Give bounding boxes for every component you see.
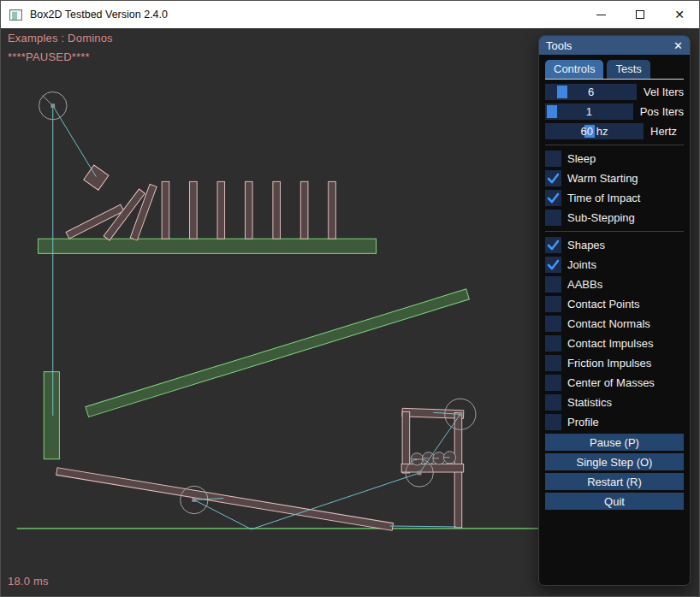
tab-underline — [545, 79, 684, 80]
checkbox-label: Sub-Stepping — [567, 211, 635, 224]
checkbox-friction-impulses[interactable] — [545, 355, 561, 371]
checkbox-contact-points[interactable] — [545, 296, 561, 312]
tools-panel-title: Tools — [546, 39, 572, 52]
slider-row-vel-iters: 6 Vel Iters — [545, 84, 684, 100]
green-vertical-block — [44, 372, 59, 459]
close-icon: ✕ — [674, 9, 685, 21]
minimize-button[interactable] — [581, 1, 620, 28]
checkbox-row: Center of Masses — [545, 375, 684, 391]
tools-panel-close-button[interactable]: ✕ — [673, 40, 683, 51]
checkbox-row: Contact Impulses — [545, 335, 684, 352]
checkbox-row: Shapes — [545, 237, 684, 253]
checkbox-label: Sleep — [567, 152, 596, 165]
checkbox-label: Profile — [567, 416, 599, 429]
checkbox-label: Contact Points — [567, 298, 640, 310]
check-icon — [546, 238, 561, 252]
draw-checkbox-group: ShapesJointsAABBsContact PointsContact N… — [545, 237, 684, 430]
standing-dominos[interactable] — [162, 181, 335, 239]
checkbox-row: Contact Normals — [545, 316, 684, 332]
checkbox-label: Contact Impulses — [567, 337, 653, 350]
hertz-slider[interactable]: 60 hz — [545, 123, 644, 139]
check-icon — [546, 171, 561, 186]
checkbox-warm-starting[interactable] — [545, 170, 561, 186]
vel-iters-value: 6 — [545, 84, 637, 100]
hertz-value: 60 hz — [545, 123, 644, 139]
paused-label: ****PAUSED**** — [8, 50, 90, 63]
checkbox-row: Contact Points — [545, 296, 684, 312]
checkbox-row: Friction Impulses — [545, 355, 684, 371]
checkbox-row: Profile — [545, 414, 684, 430]
checkbox-label: Time of Impact — [567, 192, 640, 204]
checkbox-joints[interactable] — [545, 257, 561, 273]
slider-row-pos-iters: 1 Pos Iters — [545, 103, 684, 120]
checkbox-center-of-masses[interactable] — [545, 375, 561, 391]
checkbox-profile[interactable] — [545, 414, 561, 430]
checkbox-row: Statistics — [545, 394, 684, 411]
vel-iters-label: Vel Iters — [644, 86, 684, 98]
green-ramp — [86, 289, 469, 417]
checkbox-contact-impulses[interactable] — [545, 335, 561, 352]
hanging-box[interactable] — [84, 165, 109, 190]
checkbox-contact-normals[interactable] — [545, 316, 561, 332]
checkbox-shapes[interactable] — [545, 237, 561, 253]
check-icon — [546, 257, 561, 272]
checkbox-label: Shapes — [567, 239, 605, 251]
pos-iters-value: 1 — [545, 103, 633, 120]
slider-row-hertz: 60 hz Hertz — [545, 123, 684, 139]
maximize-icon — [636, 10, 644, 19]
checkbox-sub-stepping[interactable] — [545, 210, 561, 226]
frame-time-label: 18.0 ms — [8, 575, 49, 588]
checkbox-label: Joints — [567, 258, 596, 271]
pos-iters-slider[interactable]: 1 — [545, 103, 633, 120]
close-button[interactable]: ✕ — [660, 1, 699, 28]
check-icon — [546, 191, 561, 205]
checkbox-row: Time of Impact — [545, 190, 684, 206]
window-title: Box2D Testbed Version 2.4.0 — [30, 9, 168, 21]
hertz-label: Hertz — [650, 125, 677, 138]
single-step-button[interactable]: Single Step (O) — [545, 453, 684, 470]
minimize-icon — [596, 15, 606, 15]
checkbox-row: Warm Starting — [545, 170, 684, 186]
tab-controls[interactable]: Controls — [545, 60, 603, 79]
separator — [545, 145, 684, 145]
maximize-button[interactable] — [620, 1, 660, 28]
checkbox-row: Sub-Stepping — [545, 210, 684, 226]
checkbox-aabbs[interactable] — [545, 276, 561, 293]
app-icon — [9, 9, 22, 21]
quit-button[interactable]: Quit — [545, 493, 684, 510]
tools-panel-header[interactable]: Tools ✕ — [539, 36, 690, 55]
panel-buttons: Pause (P) Single Step (O) Restart (R) Qu… — [545, 434, 684, 510]
pause-button[interactable]: Pause (P) — [545, 434, 684, 451]
checkbox-row: Sleep — [545, 151, 684, 167]
checkbox-label: Statistics — [567, 396, 612, 409]
window-controls: ✕ — [581, 1, 699, 28]
checkbox-label: Contact Normals — [567, 317, 650, 330]
restart-button[interactable]: Restart (R) — [545, 473, 684, 490]
separator — [545, 231, 684, 232]
pos-iters-label: Pos Iters — [640, 105, 684, 118]
tools-panel: Tools ✕ Controls Tests 6 Vel Iters 1 — [538, 35, 691, 586]
checkbox-label: Friction Impulses — [567, 357, 651, 369]
domino-platform — [39, 239, 377, 253]
checkbox-row: Joints — [545, 257, 684, 273]
vel-iters-slider[interactable]: 6 — [545, 84, 637, 100]
checkbox-statistics[interactable] — [545, 394, 561, 411]
titlebar: Box2D Testbed Version 2.4.0 ✕ — [1, 1, 699, 28]
checkbox-time-of-impact[interactable] — [545, 190, 561, 206]
checkbox-label: AABBs — [567, 278, 602, 291]
checkbox-label: Warm Starting — [567, 172, 638, 185]
sim-checkbox-group: SleepWarm StartingTime of ImpactSub-Step… — [545, 151, 684, 226]
tab-tests[interactable]: Tests — [607, 60, 650, 79]
example-label: Examples : Dominos — [8, 32, 113, 44]
checkbox-row: AABBs — [545, 276, 684, 293]
app-window: Box2D Testbed Version 2.4.0 ✕ — [0, 0, 700, 597]
tabbar: Controls Tests — [545, 60, 684, 79]
checkbox-sleep[interactable] — [545, 151, 561, 167]
checkbox-label: Center of Masses — [567, 376, 655, 389]
